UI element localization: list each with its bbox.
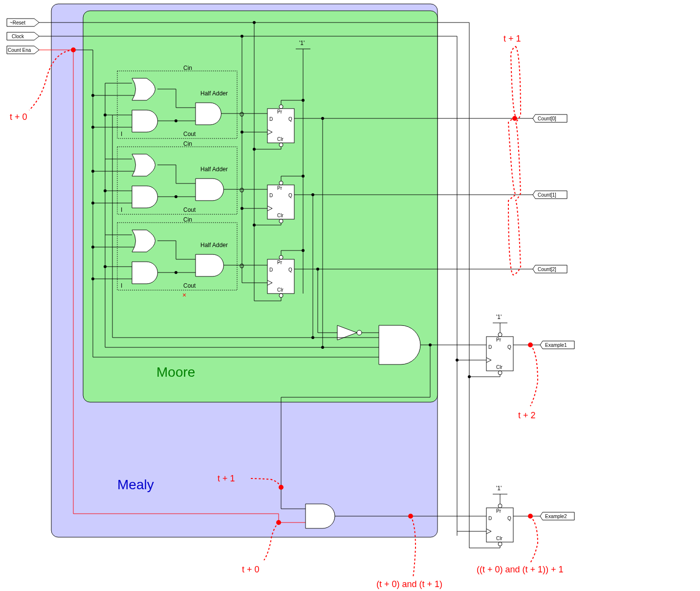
svg-text:Q: Q [507, 516, 511, 521]
svg-point-116 [279, 294, 283, 297]
svg-point-80 [91, 202, 94, 205]
svg-text:Cout: Cout [183, 282, 196, 289]
svg-point-81 [91, 246, 94, 249]
svg-text:Clr: Clr [277, 213, 284, 218]
svg-text:Q: Q [288, 116, 292, 122]
unconnected-x-icon: × [182, 291, 186, 299]
svg-text:Cin: Cin [183, 140, 192, 147]
svg-text:Example2: Example2 [545, 514, 567, 519]
annot-full-expr: ((t + 0) and (t + 1)) + 1 [477, 565, 564, 574]
svg-text:'1': '1' [496, 314, 502, 320]
svg-point-115 [279, 255, 283, 259]
and4-gate [379, 325, 420, 364]
annot-t0-bottom: t + 0 [242, 565, 260, 574]
svg-text:~Reset: ~Reset [10, 20, 25, 25]
svg-text:Clr: Clr [277, 136, 284, 142]
and-gate-icon [132, 262, 158, 284]
svg-text:'1': '1' [299, 40, 305, 46]
svg-point-183 [241, 35, 243, 38]
svg-point-143 [302, 249, 305, 252]
and-gate-icon [196, 179, 224, 201]
svg-text:Half Adder: Half Adder [200, 242, 228, 249]
svg-point-79 [91, 170, 94, 173]
svg-point-167 [321, 346, 324, 349]
mealy-and-gate [306, 504, 335, 528]
svg-text:Count[0]: Count[0] [538, 116, 556, 121]
svg-text:Cout: Cout [183, 206, 196, 213]
d-flipflop-example1: D Q Pr Clr '1' [486, 314, 513, 375]
svg-point-82 [91, 277, 94, 280]
port-clock: Clock [7, 32, 39, 40]
svg-point-219 [279, 485, 284, 490]
svg-text:Clr: Clr [496, 364, 503, 370]
svg-point-217 [512, 116, 517, 121]
svg-text:Cin: Cin [183, 216, 192, 223]
svg-point-222 [528, 514, 533, 519]
d-flipflop-1: D Q Pr Clr [267, 105, 294, 147]
annot-t1: t + 1 [503, 34, 521, 44]
and-gate-icon [196, 103, 221, 125]
svg-point-34 [175, 119, 177, 122]
svg-text:D: D [488, 344, 492, 350]
svg-point-78 [91, 126, 94, 129]
svg-point-196 [429, 343, 432, 346]
svg-point-174 [498, 333, 502, 337]
svg-point-160 [357, 330, 362, 335]
svg-point-95 [104, 265, 107, 268]
svg-point-93 [104, 114, 107, 116]
svg-point-125 [241, 207, 243, 210]
port-example1: Example1 [540, 341, 574, 349]
svg-point-188 [468, 375, 471, 378]
svg-point-68 [175, 271, 177, 274]
svg-text:Count[2]: Count[2] [538, 267, 556, 272]
svg-point-51 [175, 195, 177, 198]
and-gate-icon [196, 254, 224, 276]
svg-text:Q: Q [288, 267, 292, 273]
d-flipflop-example2: D Q Pr Clr '1' [486, 485, 513, 546]
svg-point-142 [302, 175, 305, 178]
svg-point-175 [498, 371, 502, 375]
svg-point-158 [316, 268, 319, 271]
d-flipflop-2: D Q Pr Clr [267, 181, 294, 223]
mealy-label: Mealy [117, 477, 154, 492]
svg-text:Cout: Cout [183, 131, 196, 137]
svg-point-165 [311, 336, 314, 339]
svg-text:Pr: Pr [277, 260, 283, 265]
svg-point-108 [279, 181, 283, 185]
svg-point-206 [498, 542, 502, 546]
svg-text:Cin: Cin [183, 65, 192, 71]
svg-text:I: I [121, 282, 122, 289]
svg-point-141 [302, 99, 305, 102]
svg-point-220 [276, 520, 281, 525]
svg-point-216 [71, 47, 76, 52]
svg-point-102 [279, 143, 283, 147]
svg-text:I: I [121, 206, 122, 213]
svg-point-221 [408, 514, 413, 519]
svg-text:Half Adder: Half Adder [200, 166, 228, 173]
svg-point-94 [104, 189, 107, 192]
moore-label: Moore [156, 364, 195, 380]
svg-text:Q: Q [507, 344, 511, 350]
svg-point-205 [498, 504, 502, 508]
svg-point-218 [528, 342, 533, 347]
svg-text:Pr: Pr [277, 185, 283, 191]
and-gate-icon [132, 186, 158, 208]
svg-text:Pr: Pr [277, 109, 283, 114]
annot-t2: t + 2 [518, 410, 536, 420]
annot-t0: t + 0 [10, 112, 27, 122]
svg-point-189 [253, 21, 256, 24]
port-example2: Example2 [540, 512, 574, 520]
svg-text:Pr: Pr [496, 337, 502, 342]
svg-point-109 [279, 219, 283, 223]
svg-text:D: D [269, 116, 273, 122]
svg-text:Half Adder: Half Adder [200, 90, 228, 97]
svg-point-77 [91, 94, 94, 97]
annot-t1-mid: t + 1 [218, 474, 235, 483]
svg-point-182 [456, 359, 459, 362]
svg-point-101 [279, 105, 283, 109]
svg-text:Q: Q [288, 193, 292, 198]
port-count0: Count[0] [533, 114, 567, 122]
svg-text:'1': '1' [496, 485, 502, 492]
svg-text:Clr: Clr [277, 287, 284, 293]
svg-point-133 [253, 148, 256, 151]
